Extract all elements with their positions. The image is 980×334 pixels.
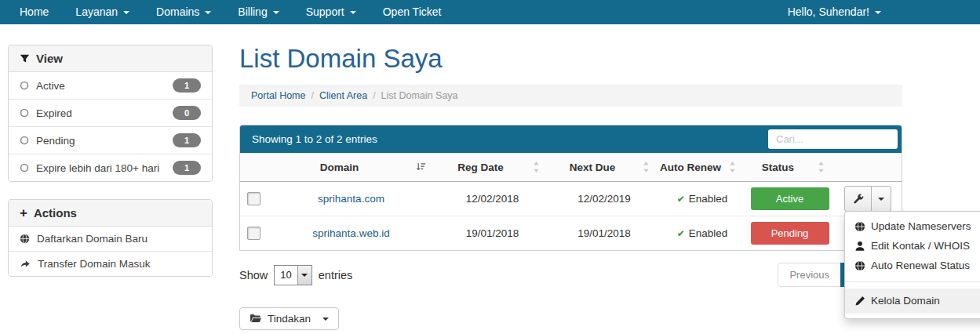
filter-item-pending[interactable]: Pending 1: [9, 127, 212, 154]
menu-item-edit-kontak[interactable]: Edit Kontak / WHOIS: [845, 236, 980, 256]
domain-link[interactable]: sprihanta.web.id: [312, 227, 389, 239]
action-item-label: Transfer Domain Masuk: [38, 258, 151, 270]
reg-date-cell: 19/01/2018: [435, 216, 549, 251]
page-title: List Domain Saya: [239, 44, 902, 74]
count-badge: 1: [173, 133, 201, 147]
chevron-down-icon: [273, 11, 279, 14]
status-badge-active[interactable]: Active: [751, 187, 829, 210]
column-reg-date[interactable]: Reg Date: [435, 153, 549, 182]
breadcrumb-current: List Domain Saya: [381, 90, 458, 101]
show-label: Show: [239, 269, 268, 281]
pencil-icon: [854, 296, 865, 307]
user-icon: [854, 241, 865, 252]
auto-renew-cell: ✔Enabled: [659, 216, 745, 251]
row-checkbox[interactable]: [247, 227, 260, 240]
filter-item-active[interactable]: Active 1: [9, 72, 212, 100]
column-domain[interactable]: Domain: [267, 153, 435, 182]
count-badge: 1: [173, 161, 201, 175]
nav-item-billing[interactable]: Billing: [224, 0, 292, 24]
chevron-down-icon: [350, 11, 356, 14]
table-summary: Showing 1 to 2 of 2 entries: [252, 133, 377, 145]
main-content: List Domain Saya Portal Home/Client Area…: [239, 41, 902, 330]
column-status[interactable]: Status: [745, 153, 834, 182]
action-item-label: Daftarkan Domain Baru: [37, 233, 148, 245]
sort-both-icon: [643, 162, 650, 172]
previous-page-button[interactable]: Previous: [778, 263, 841, 287]
next-due-cell: 19/01/2018: [549, 216, 659, 251]
user-menu[interactable]: Hello, Suhendar!: [774, 0, 894, 24]
folder-open-icon: [250, 314, 261, 324]
bulk-actions-button[interactable]: Tindakan: [239, 307, 339, 330]
page: Home Layanan Domains Billing Support Ope…: [0, 0, 980, 334]
circle-outline-icon: [20, 81, 29, 90]
globe-icon: [20, 234, 30, 244]
column-next-due[interactable]: Next Due: [549, 153, 659, 182]
nav-item-domains[interactable]: Domains: [143, 0, 224, 24]
filter-item-label: Pending: [36, 135, 75, 147]
nav-item-layanan[interactable]: Layanan: [62, 0, 143, 24]
row-checkbox[interactable]: [247, 192, 260, 205]
sort-amount-asc-icon: [416, 162, 426, 172]
next-due-cell: 12/02/2019: [549, 182, 659, 216]
menu-item-kelola-domain[interactable]: Kelola Domain: [845, 289, 980, 314]
nav-item-home[interactable]: Home: [6, 0, 62, 24]
count-badge: 0: [173, 106, 201, 120]
row-dropdown-toggle[interactable]: [871, 186, 891, 212]
sidebar: View Active 1 Expired 0 Pending 1 Expire…: [8, 45, 213, 294]
actions-panel-header: + Actions: [9, 200, 212, 227]
chevron-down-icon: [878, 198, 884, 201]
nav-item-support[interactable]: Support: [293, 0, 370, 24]
top-navbar: Home Layanan Domains Billing Support Ope…: [0, 0, 980, 24]
select-all-column: [240, 153, 267, 182]
chevron-down-icon: [322, 318, 329, 321]
domain-context-menu: Update Nameservers Edit Kontak / WHOIS A…: [844, 211, 980, 319]
table-footer-controls: Show 10 entries Previous: [239, 263, 902, 287]
actions-panel-title: Actions: [34, 206, 77, 220]
filter-item-label: Expired: [36, 107, 72, 119]
circle-outline-icon: [20, 136, 29, 145]
table-row: sprihanta.com 12/02/2018 12/02/2019 ✔Ena…: [240, 182, 902, 216]
filter-item-label: Expire lebih dari 180+ hari: [36, 162, 159, 174]
check-icon: ✔: [677, 228, 685, 239]
count-badge: 1: [173, 78, 201, 93]
circle-outline-icon: [20, 108, 29, 118]
table-header-row: Domain Reg Date Next Due Auto Renew Stat…: [240, 153, 902, 182]
view-panel-title: View: [36, 52, 63, 65]
domain-link[interactable]: sprihanta.com: [318, 193, 384, 205]
view-panel: View Active 1 Expired 0 Pending 1 Expire…: [8, 45, 213, 182]
filter-item-label: Active: [36, 80, 65, 92]
sort-both-icon: [533, 162, 540, 172]
auto-renew-cell: ✔Enabled: [659, 182, 745, 216]
breadcrumb-client-area[interactable]: Client Area: [319, 90, 367, 101]
breadcrumb: Portal Home/Client Area/List Domain Saya: [239, 85, 902, 107]
view-panel-header: View: [9, 45, 212, 72]
action-transfer-domain[interactable]: Transfer Domain Masuk: [9, 252, 212, 276]
wrench-icon: [853, 194, 864, 205]
column-auto-renew[interactable]: Auto Renew: [659, 153, 745, 182]
select-caret: [297, 266, 311, 285]
menu-item-update-nameservers[interactable]: Update Nameservers: [845, 216, 980, 236]
domains-table: Domain Reg Date Next Due Auto Renew Stat…: [240, 153, 902, 250]
manage-wrench-button[interactable]: [844, 186, 872, 212]
menu-divider: [845, 281, 980, 282]
actions-panel: + Actions Daftarkan Domain Baru Transfer…: [8, 199, 213, 277]
share-arrow-icon: [20, 259, 31, 269]
bulk-actions-label: Tindakan: [268, 313, 311, 325]
plus-icon: +: [20, 208, 27, 219]
nav-item-open-ticket[interactable]: Open Ticket: [370, 0, 455, 24]
breadcrumb-portal-home[interactable]: Portal Home: [251, 90, 305, 101]
globe-icon: [854, 221, 865, 232]
table-header-bar: Showing 1 to 2 of 2 entries: [240, 125, 902, 153]
menu-item-auto-renewal[interactable]: Auto Renewal Status: [845, 256, 980, 275]
status-badge-pending[interactable]: Pending: [751, 222, 829, 245]
chevron-down-icon: [301, 274, 308, 277]
sort-both-icon: [818, 162, 825, 172]
page-size-select[interactable]: 10: [274, 265, 311, 285]
check-icon: ✔: [677, 194, 685, 205]
search-input[interactable]: [768, 129, 898, 149]
filter-item-expire-180[interactable]: Expire lebih dari 180+ hari 1: [9, 154, 212, 181]
filter-item-expired[interactable]: Expired 0: [9, 100, 212, 127]
chevron-down-icon: [205, 11, 211, 14]
column-actions: [834, 153, 902, 182]
action-register-domain[interactable]: Daftarkan Domain Baru: [9, 227, 212, 252]
